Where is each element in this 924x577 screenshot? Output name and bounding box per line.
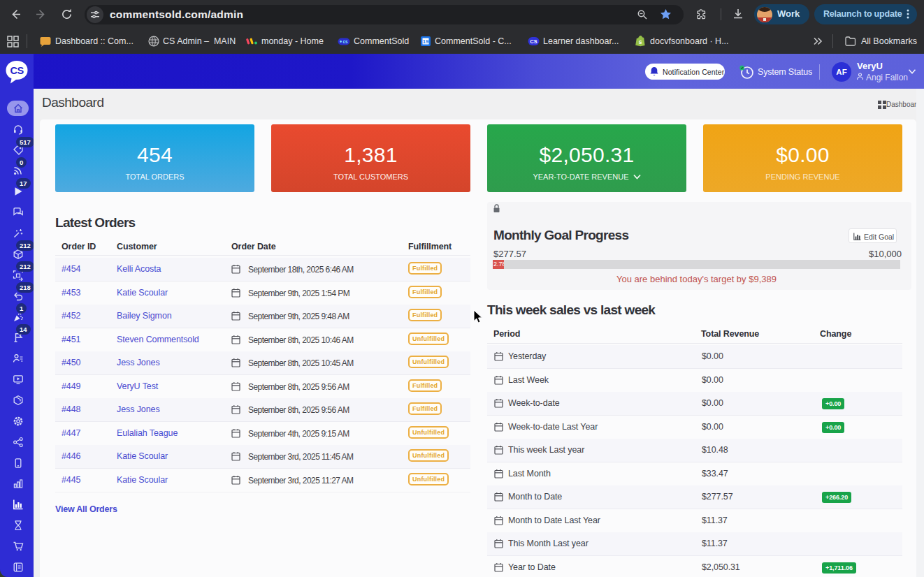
svg-text:CS: CS — [10, 65, 24, 76]
svg-text:s: s — [639, 38, 642, 45]
svg-text:cs: cs — [342, 39, 348, 44]
svg-text:19: 19 — [423, 38, 428, 45]
svg-text:CS: CS — [530, 38, 537, 45]
